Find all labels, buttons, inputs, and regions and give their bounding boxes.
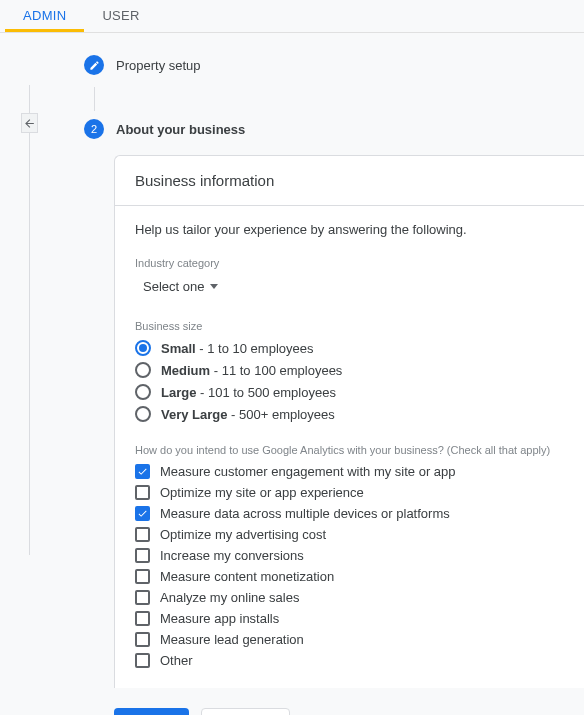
intent-option[interactable]: Increase my conversions xyxy=(135,548,564,563)
step-1-circle xyxy=(84,55,104,75)
business-info-card: Business information Help us tailor your… xyxy=(114,155,584,688)
checkbox-icon xyxy=(135,527,150,542)
intent-option[interactable]: Measure content monetization xyxy=(135,569,564,584)
create-button[interactable]: Create xyxy=(114,708,189,715)
checkbox-icon xyxy=(135,653,150,668)
checkbox-icon xyxy=(135,464,150,479)
step-1[interactable]: Property setup xyxy=(84,55,584,75)
industry-value: Select one xyxy=(143,279,204,294)
tab-bar: ADMIN USER xyxy=(0,0,584,33)
intent-label: How do you intend to use Google Analytic… xyxy=(135,444,564,456)
size-radio-group: Small - 1 to 10 employeesMedium - 11 to … xyxy=(135,340,564,422)
checkbox-icon xyxy=(135,569,150,584)
radio-icon xyxy=(135,362,151,378)
previous-button[interactable]: Previous xyxy=(201,708,290,715)
step-connector xyxy=(94,87,95,111)
intent-option[interactable]: Optimize my advertising cost xyxy=(135,527,564,542)
intent-option[interactable]: Analyze my online sales xyxy=(135,590,564,605)
checkbox-icon xyxy=(135,611,150,626)
radio-icon xyxy=(135,340,151,356)
size-option[interactable]: Large - 101 to 500 employees xyxy=(135,384,564,400)
pencil-icon xyxy=(89,60,100,71)
size-option[interactable]: Small - 1 to 10 employees xyxy=(135,340,564,356)
industry-label: Industry category xyxy=(135,257,564,269)
size-option[interactable]: Medium - 11 to 100 employees xyxy=(135,362,564,378)
intent-option[interactable]: Measure customer engagement with my site… xyxy=(135,464,564,479)
intent-option[interactable]: Measure app installs xyxy=(135,611,564,626)
tab-user[interactable]: USER xyxy=(84,0,157,32)
intent-option[interactable]: Measure lead generation xyxy=(135,632,564,647)
step-2: 2 About your business xyxy=(84,119,584,139)
radio-icon xyxy=(135,384,151,400)
checkbox-icon xyxy=(135,506,150,521)
tab-admin[interactable]: ADMIN xyxy=(5,0,84,32)
intent-option[interactable]: Optimize my site or app experience xyxy=(135,485,564,500)
size-option[interactable]: Very Large - 500+ employees xyxy=(135,406,564,422)
intent-option[interactable]: Other xyxy=(135,653,564,668)
action-bar: Create Previous xyxy=(114,708,584,715)
checkbox-icon xyxy=(135,548,150,563)
vertical-rule xyxy=(29,85,30,555)
card-title: Business information xyxy=(115,156,584,206)
arrow-left-icon xyxy=(23,117,36,130)
radio-icon xyxy=(135,406,151,422)
size-label: Business size xyxy=(135,320,564,332)
industry-select[interactable]: Select one xyxy=(135,275,226,298)
checkbox-icon xyxy=(135,632,150,647)
step-1-label: Property setup xyxy=(116,58,201,73)
checkbox-icon xyxy=(135,485,150,500)
checkbox-icon xyxy=(135,590,150,605)
step-2-label: About your business xyxy=(116,122,245,137)
intent-checkbox-group: Measure customer engagement with my site… xyxy=(135,464,564,668)
intent-option[interactable]: Measure data across multiple devices or … xyxy=(135,506,564,521)
chevron-down-icon xyxy=(210,284,218,289)
help-text: Help us tailor your experience by answer… xyxy=(135,222,564,237)
step-2-circle: 2 xyxy=(84,119,104,139)
back-button[interactable] xyxy=(21,113,38,133)
